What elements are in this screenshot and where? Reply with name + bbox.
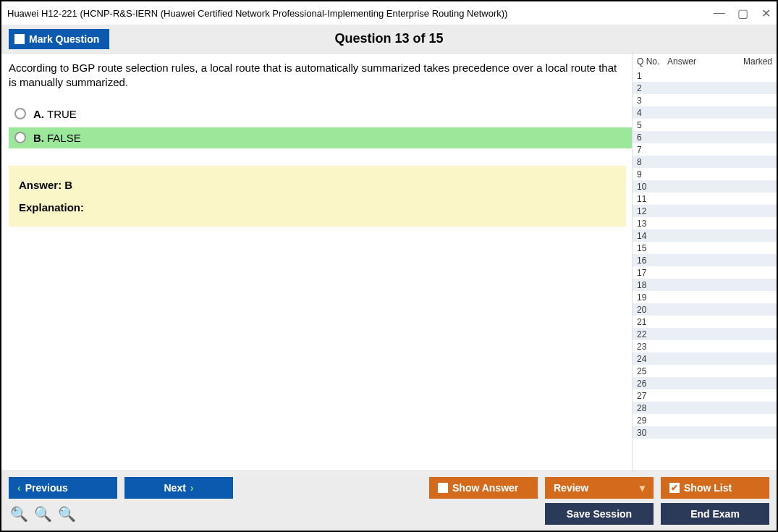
sidebar-row-number: 4 [637, 108, 667, 118]
previous-label: Previous [25, 482, 68, 494]
question-text: According to BGP route selection rules, … [9, 61, 632, 90]
sidebar-row[interactable]: 4 [633, 106, 777, 119]
window-title: Huawei H12-221 (HCNP-R&S-IERN (Huawei Ce… [7, 8, 714, 19]
sidebar-row[interactable]: 8 [633, 156, 777, 168]
end-exam-button[interactable]: End Exam [661, 503, 769, 525]
sidebar-row[interactable]: 2 [633, 82, 777, 94]
sidebar-row-number: 5 [637, 120, 667, 130]
sidebar-row[interactable]: 12 [633, 205, 777, 217]
sidebar-row[interactable]: 7 [633, 143, 777, 156]
sidebar-row-number: 26 [637, 379, 667, 389]
sidebar-row[interactable]: 13 [633, 217, 777, 229]
sidebar-row[interactable]: 23 [633, 340, 777, 352]
sidebar-row[interactable]: 1 [633, 69, 777, 82]
sidebar-row[interactable]: 6 [633, 131, 777, 143]
sidebar-row[interactable]: 5 [633, 119, 777, 131]
next-label: Next [164, 482, 185, 494]
explanation-label: Explanation: [19, 201, 616, 214]
sidebar-row[interactable]: 15 [633, 242, 777, 254]
sidebar-row-number: 22 [637, 329, 667, 339]
question-list-sidebar: Q No. Answer Marked 12345678910111213141… [632, 54, 777, 470]
option-text: TRUE [47, 108, 77, 120]
save-session-button[interactable]: Save Session [545, 503, 654, 525]
body: According to BGP route selection rules, … [1, 54, 777, 470]
checkbox-checked-icon: ✔ [669, 483, 680, 493]
option-a[interactable]: A. TRUE [9, 104, 632, 124]
sidebar-row-number: 23 [637, 342, 667, 352]
sidebar-row-number: 16 [637, 256, 667, 266]
sidebar-row[interactable]: 27 [633, 389, 777, 402]
sidebar-row-number: 3 [637, 96, 667, 106]
sidebar-row-number: 29 [637, 415, 667, 426]
sidebar-row[interactable]: 11 [633, 193, 777, 205]
header-bar: Mark Question Question 13 of 15 [1, 25, 777, 54]
sidebar-row[interactable]: 22 [633, 328, 777, 340]
sidebar-row[interactable]: 26 [633, 377, 777, 389]
sidebar-row-number: 25 [637, 366, 667, 376]
radio-icon[interactable] [14, 108, 26, 119]
show-list-button[interactable]: ✔ Show List [661, 477, 769, 499]
zoom-in-icon[interactable]: 🔍+ [10, 505, 28, 523]
sidebar-row[interactable]: 20 [633, 303, 777, 316]
sidebar-row[interactable]: 16 [633, 254, 777, 266]
review-button[interactable]: Review ▾ [545, 477, 654, 499]
mark-question-label: Mark Question [29, 33, 99, 45]
sidebar-row[interactable]: 19 [633, 291, 777, 303]
sidebar-row-number: 9 [637, 169, 667, 180]
chevron-down-icon: ▾ [640, 482, 645, 494]
previous-button[interactable]: ‹ Previous [9, 477, 117, 499]
zoom-out-icon[interactable]: 🔍- [58, 505, 76, 523]
sidebar-list[interactable]: 1234567891011121314151617181920212223242… [633, 69, 777, 470]
sidebar-row-number: 1 [637, 71, 667, 81]
maximize-icon[interactable]: ▢ [737, 8, 748, 18]
sidebar-row[interactable]: 25 [633, 365, 777, 377]
app-window: Huawei H12-221 (HCNP-R&S-IERN (Huawei Ce… [0, 0, 778, 532]
sidebar-row-number: 28 [637, 403, 667, 413]
radio-icon[interactable] [14, 132, 26, 143]
sidebar-row[interactable]: 29 [633, 414, 777, 426]
end-exam-label: End Exam [690, 508, 740, 520]
zoom-reset-icon[interactable]: 🔍 [34, 505, 52, 523]
sidebar-row[interactable]: 30 [633, 426, 777, 439]
option-letter: B. [33, 132, 44, 144]
show-answer-button[interactable]: Show Answer [429, 477, 538, 499]
show-list-label: Show List [684, 482, 732, 494]
sidebar-row[interactable]: 24 [633, 352, 777, 365]
footer-row-2: 🔍+ 🔍 🔍- Save Session End Exam [9, 503, 769, 525]
sidebar-row[interactable]: 14 [633, 229, 777, 242]
sidebar-row[interactable]: 28 [633, 402, 777, 414]
next-button[interactable]: Next › [124, 477, 233, 499]
sidebar-row-number: 7 [637, 145, 667, 155]
sidebar-row[interactable]: 18 [633, 279, 777, 291]
chevron-left-icon: ‹ [17, 482, 21, 494]
sidebar-row-number: 20 [637, 305, 667, 315]
sidebar-row-number: 17 [637, 268, 667, 278]
show-answer-label: Show Answer [452, 482, 518, 494]
sidebar-row[interactable]: 3 [633, 94, 777, 106]
checkbox-icon [438, 483, 448, 493]
mark-question-button[interactable]: Mark Question [9, 29, 109, 49]
sidebar-row[interactable]: 10 [633, 180, 777, 193]
col-marked: Marked [719, 56, 772, 67]
chevron-right-icon: › [190, 482, 194, 494]
sidebar-row-number: 6 [637, 132, 667, 143]
titlebar: Huawei H12-221 (HCNP-R&S-IERN (Huawei Ce… [1, 1, 777, 25]
minimize-icon[interactable]: — [714, 8, 724, 18]
review-label: Review [554, 482, 588, 494]
sidebar-row-number: 13 [637, 219, 667, 229]
option-letter: A. [33, 108, 44, 120]
sidebar-row[interactable]: 9 [633, 168, 777, 180]
question-counter: Question 13 of 15 [1, 31, 777, 46]
option-b[interactable]: B. FALSE [9, 127, 632, 148]
sidebar-row[interactable]: 17 [633, 266, 777, 279]
sidebar-row[interactable]: 21 [633, 316, 777, 328]
option-text: FALSE [47, 132, 81, 144]
sidebar-row-number: 27 [637, 391, 667, 401]
sidebar-row-number: 11 [637, 194, 667, 204]
close-icon[interactable]: ✕ [761, 8, 771, 18]
sidebar-row-number: 15 [637, 243, 667, 253]
sidebar-row-number: 12 [637, 206, 667, 216]
sidebar-row-number: 30 [637, 428, 667, 438]
sidebar-row-number: 18 [637, 280, 667, 290]
zoom-controls: 🔍+ 🔍 🔍- [9, 505, 76, 523]
